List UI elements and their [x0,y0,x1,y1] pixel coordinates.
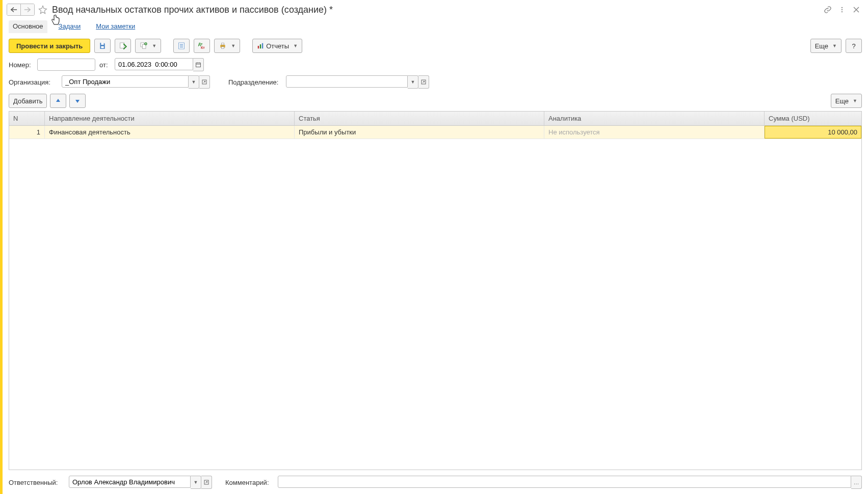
svg-point-2 [841,11,843,12]
svg-rect-13 [222,43,224,45]
svg-point-1 [841,9,843,10]
svg-point-0 [841,7,843,8]
cell-analytics[interactable]: Не используется [544,126,765,139]
chevron-down-icon: ▼ [853,98,857,103]
col-header-sum[interactable]: Сумма (USD) [765,112,861,125]
dept-open-button[interactable] [418,75,429,89]
svg-rect-18 [196,63,201,67]
more-vert-icon[interactable] [837,5,847,14]
move-down-button[interactable] [69,94,86,108]
col-header-article[interactable]: Статья [295,112,544,125]
dept-label: Подразделение: [228,78,282,86]
responsible-dropdown-button[interactable]: ▼ [191,476,201,489]
cell-n[interactable]: 1 [9,126,45,139]
chevron-down-icon: ▼ [832,43,837,48]
help-button[interactable]: ? [846,39,862,53]
svg-rect-17 [262,43,263,49]
org-input[interactable] [62,75,189,88]
svg-rect-14 [222,47,224,48]
post-and-close-button[interactable]: Провести и закрыть [9,39,90,53]
data-table: N Направление деятельности Статья Аналит… [9,111,862,470]
link-icon[interactable] [823,5,832,14]
reports-label: Отчеты [266,42,289,50]
create-based-on-button[interactable]: ▼ [135,39,161,53]
svg-rect-5 [120,43,124,48]
chevron-down-icon: ▼ [231,43,235,48]
print-button[interactable]: ▼ [214,39,240,53]
number-label: Номер: [9,61,33,69]
number-input[interactable] [37,59,95,71]
svg-rect-15 [258,46,259,48]
svg-rect-3 [101,43,104,45]
responsible-label: Ответственный: [9,479,65,486]
nav-forward-button[interactable] [20,4,34,15]
favorite-star-icon[interactable] [38,5,48,15]
comment-expand-button[interactable]: … [851,476,862,489]
nav-back-button[interactable] [7,4,20,15]
more-button[interactable]: Еще ▼ [810,39,841,53]
org-label: Организация: [9,78,58,86]
dept-input[interactable] [286,75,408,88]
col-header-n[interactable]: N [9,112,45,125]
move-up-button[interactable] [50,94,66,108]
table-more-button[interactable]: Еще ▼ [831,94,862,108]
dept-dropdown-button[interactable]: ▼ [408,75,418,89]
date-input[interactable] [115,58,193,70]
table-row[interactable]: 1 Финансовая деятельность Прибыли и убыт… [9,126,861,139]
save-button[interactable] [94,39,111,53]
svg-rect-4 [101,46,104,48]
col-header-direction[interactable]: Направление деятельности [45,112,295,125]
col-header-analytics[interactable]: Аналитика [544,112,765,125]
tab-notes[interactable]: Мои заметки [92,20,139,33]
cell-direction[interactable]: Финансовая деятельность [45,126,295,139]
comment-label: Комментарий: [225,479,274,486]
cell-article[interactable]: Прибыли и убытки [295,126,544,139]
add-row-button[interactable]: Добавить [9,94,47,108]
post-button[interactable] [115,39,131,53]
close-icon[interactable] [852,5,861,14]
responsible-input[interactable] [69,476,191,488]
page-title: Ввод начальных остатков прочих активов и… [52,5,823,15]
from-label: от: [99,61,111,69]
chevron-down-icon: ▼ [293,43,298,48]
svg-rect-7 [143,44,146,48]
dtkt-button[interactable]: ДтКт [194,39,210,53]
org-open-button[interactable] [199,75,210,89]
responsible-open-button[interactable] [201,476,212,489]
calendar-icon[interactable] [193,58,204,71]
tab-main[interactable]: Основное [9,20,47,33]
svg-text:Кт: Кт [201,46,205,49]
org-dropdown-button[interactable]: ▼ [189,75,199,89]
chevron-down-icon: ▼ [152,43,156,48]
reports-button[interactable]: Отчеты ▼ [252,39,302,53]
svg-rect-16 [260,44,261,48]
cell-sum[interactable]: 10 000,00 [765,126,861,139]
list-button[interactable] [173,39,190,53]
comment-input[interactable] [278,476,851,488]
tab-tasks[interactable]: Задачи [55,20,85,33]
